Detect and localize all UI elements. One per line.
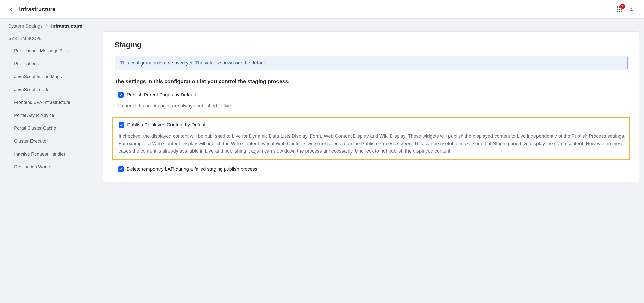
sidebar: SYSTEM SCOPE Publications Message Bus Pu… xyxy=(0,31,103,182)
sidebar-item-js-import-maps[interactable]: JavaScript Import Maps xyxy=(8,70,95,83)
user-icon xyxy=(629,7,634,12)
option-delete-temp-lar: Delete temporary LAR during a failed sta… xyxy=(115,166,628,172)
apps-menu-button[interactable]: 1 xyxy=(617,6,623,12)
page-title: Infrastructure xyxy=(19,6,55,13)
checkbox-label: Delete temporary LAR during a failed sta… xyxy=(127,166,259,172)
sidebar-item-inactive-request-handler[interactable]: Inactive Request Handler xyxy=(8,148,95,161)
breadcrumb-system-settings[interactable]: System Settings xyxy=(8,23,43,29)
checkbox-publish-parent-pages[interactable] xyxy=(118,92,124,98)
option-publish-displayed-content: Publish Displayed Content by Default xyxy=(115,122,627,128)
main-panel: Staging This configuration is not saved … xyxy=(103,31,639,182)
sidebar-item-cluster-executor[interactable]: Cluster Executor xyxy=(8,135,95,148)
highlighted-option: Publish Displayed Content by Default If … xyxy=(112,117,630,160)
sidebar-item-portal-cluster-cache[interactable]: Portal Cluster Cache xyxy=(8,122,95,135)
chevron-left-icon xyxy=(10,7,13,12)
back-button[interactable] xyxy=(8,6,14,12)
breadcrumb-current: Infrastructure xyxy=(51,23,82,29)
checkbox-delete-temp-lar[interactable] xyxy=(118,166,124,172)
check-icon xyxy=(119,93,123,96)
svg-point-0 xyxy=(631,8,632,9)
topbar-right: 1 xyxy=(617,5,636,14)
user-menu-button[interactable] xyxy=(627,5,636,14)
panel-title: Staging xyxy=(115,41,628,49)
check-icon xyxy=(119,168,123,171)
sidebar-item-js-loader[interactable]: JavaScript Loader xyxy=(8,83,95,96)
alert-info: This configuration is not saved yet. The… xyxy=(115,56,628,70)
notification-badge: 1 xyxy=(620,4,625,9)
checkbox-publish-displayed-content[interactable] xyxy=(119,122,124,128)
checkbox-label: Publish Displayed Content by Default xyxy=(127,122,207,128)
help-text-publish-parent-pages: If checked, parent pages are always publ… xyxy=(115,102,628,110)
option-publish-parent-pages: Publish Parent Pages by Default xyxy=(115,92,628,98)
topbar: Infrastructure 1 xyxy=(0,0,644,19)
sidebar-item-publications-message-bus[interactable]: Publications Message Bus xyxy=(8,45,95,57)
breadcrumb: System Settings Infrastructure xyxy=(0,19,644,31)
sidebar-item-publications[interactable]: Publications xyxy=(8,57,95,70)
topbar-left: Infrastructure xyxy=(8,6,55,13)
check-icon xyxy=(120,123,123,126)
sidebar-item-destination-worker[interactable]: Destination Worker xyxy=(8,161,95,174)
chevron-right-icon xyxy=(46,23,48,29)
help-text-publish-displayed-content: If checked, the displayed content will b… xyxy=(115,132,627,155)
sidebar-item-frontend-spa[interactable]: Frontend SPA Infrastructure xyxy=(8,96,95,109)
section-description: The settings in this configuration let y… xyxy=(115,78,628,84)
checkbox-label: Publish Parent Pages by Default xyxy=(127,92,196,98)
sidebar-item-portal-async-advice[interactable]: Portal Async Advice xyxy=(8,109,95,122)
layout: SYSTEM SCOPE Publications Message Bus Pu… xyxy=(0,31,644,182)
sidebar-scope-label: SYSTEM SCOPE xyxy=(8,34,95,45)
